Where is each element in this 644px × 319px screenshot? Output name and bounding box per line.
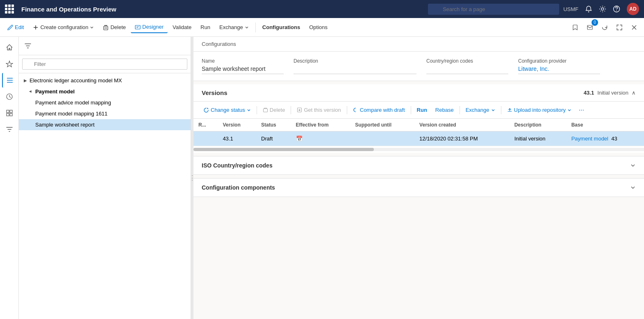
svg-rect-8: [104, 26, 108, 30]
change-status-chevron: [247, 108, 251, 112]
chevron-right-icon: ▶: [24, 78, 27, 83]
components-section-header[interactable]: Configuration components: [193, 179, 644, 197]
version-status: Initial version: [597, 90, 628, 96]
tree-filter-icon[interactable]: [22, 40, 34, 52]
sidebar-icon-workspaces[interactable]: [2, 106, 17, 120]
create-configuration-button[interactable]: Create configuration: [29, 22, 98, 33]
edit-button[interactable]: Edit: [3, 22, 28, 33]
versions-delete-icon: [263, 107, 268, 113]
app-title: Finance and Operations Preview: [21, 6, 424, 13]
versions-exchange-button[interactable]: Exchange: [462, 105, 498, 115]
upload-chevron-icon: [567, 108, 571, 112]
close-icon[interactable]: [628, 21, 641, 34]
main-layout: ▶ Electronic ledger accounting model MX …: [0, 37, 644, 319]
sidebar-icon-filter[interactable]: [2, 122, 17, 137]
rebase-button[interactable]: Rebase: [432, 105, 457, 115]
more-button[interactable]: ⋯: [576, 105, 587, 115]
run-button[interactable]: Run: [196, 22, 214, 33]
sidebar: [0, 37, 19, 319]
iso-section-header[interactable]: ISO Country/region codes: [193, 156, 644, 175]
cell-effective-from[interactable]: 📅: [291, 131, 350, 146]
name-value: Sample worksheet report: [202, 66, 284, 74]
versions-toolbar: Change status Delete: [193, 102, 644, 119]
versions-delete-button[interactable]: Delete: [259, 105, 289, 115]
name-label: Name: [202, 58, 284, 64]
configurations-tab-button[interactable]: Configurations: [258, 22, 304, 33]
exchange-button[interactable]: Exchange: [215, 22, 253, 33]
country-value: [426, 66, 508, 74]
upload-repository-button[interactable]: Upload into repository: [504, 105, 575, 115]
tree-item-label: Payment advice model mapping: [35, 100, 111, 106]
breadcrumb-text: Configurations: [202, 41, 236, 47]
components-section: Configuration components: [193, 178, 644, 197]
sidebar-icon-home[interactable]: [2, 40, 17, 55]
iso-title: ISO Country/region codes: [202, 162, 273, 169]
table-header-row: R... Version Status Effective from Suppo…: [193, 119, 644, 131]
description-value: [294, 66, 416, 74]
col-header-description: Description: [510, 119, 567, 131]
versions-run-button[interactable]: Run: [414, 105, 430, 115]
svg-rect-26: [7, 113, 9, 116]
edit-icon: [7, 25, 13, 30]
versions-collapse-btn[interactable]: ∧: [632, 90, 636, 96]
top-nav-right: USMF AD: [563, 3, 639, 15]
horizontal-scrollbar[interactable]: [193, 148, 644, 151]
name-field: Name Sample worksheet report: [202, 58, 284, 74]
avatar[interactable]: AD: [627, 3, 639, 15]
description-field: Description: [294, 58, 416, 74]
sidebar-icon-favorites[interactable]: [2, 57, 17, 71]
panel-notification-icon[interactable]: 0: [583, 21, 596, 34]
bookmark-icon[interactable]: [569, 21, 582, 34]
iso-chevron-icon: [630, 163, 636, 168]
scroll-thumb[interactable]: [193, 148, 374, 151]
tree-item-payment-model[interactable]: ▼ Payment model: [19, 86, 191, 97]
cell-version: 43.1: [218, 131, 256, 146]
top-nav: Finance and Operations Preview USMF AD: [0, 0, 644, 18]
tree-panel: ▶ Electronic ledger accounting model MX …: [19, 37, 191, 319]
ver-sep-4: [411, 106, 411, 114]
versions-header: Versions 43.1 Initial version ∧: [193, 84, 644, 102]
global-search-input[interactable]: [428, 4, 559, 15]
base-link[interactable]: Payment model: [571, 136, 608, 142]
svg-point-5: [616, 10, 617, 11]
provider-value[interactable]: Litware, Inc.: [518, 66, 600, 74]
compare-with-draft-button[interactable]: Compare with draft: [350, 105, 408, 115]
table-row[interactable]: 43.1 Draft 📅 12/18/2020 02:31:58 PM Init…: [193, 131, 644, 146]
tree-item-label: Payment model mapping 1611: [35, 111, 107, 117]
col-header-effective-from: Effective from: [291, 119, 350, 131]
sidebar-icon-recent[interactable]: [2, 89, 17, 104]
search-wrapper: [428, 4, 559, 15]
col-header-supported-until: Supported until: [350, 119, 414, 131]
tree-item-sample-worksheet[interactable]: Sample worksheet report: [19, 119, 191, 130]
version-number: 43.1: [584, 90, 594, 96]
cell-supported-until: [350, 131, 414, 146]
delete-button[interactable]: Delete: [99, 22, 130, 33]
tree-item-electronic-ledger[interactable]: ▶ Electronic ledger accounting model MX: [19, 75, 191, 86]
expand-icon[interactable]: [613, 21, 626, 34]
tree-item-payment-model-1611[interactable]: Payment model mapping 1611: [19, 108, 191, 119]
validate-button[interactable]: Validate: [168, 22, 196, 33]
designer-button[interactable]: Designer: [131, 21, 168, 33]
upload-icon: [507, 107, 512, 113]
options-tab-button[interactable]: Options: [305, 22, 332, 33]
svg-rect-17: [587, 25, 592, 29]
notification-icon[interactable]: [585, 5, 592, 13]
filter-input[interactable]: [22, 59, 187, 70]
col-header-r: R...: [193, 119, 218, 131]
tree-item-label: Sample worksheet report: [35, 122, 95, 128]
iso-section: ISO Country/region codes: [193, 156, 644, 175]
sidebar-icon-active[interactable]: [2, 73, 17, 88]
change-status-button[interactable]: Change status: [200, 105, 254, 115]
app-grid-icon[interactable]: [5, 5, 14, 14]
separator-1: [255, 23, 256, 32]
exchange-chevron-icon: [245, 25, 249, 29]
svg-rect-24: [7, 110, 9, 113]
change-status-icon: [203, 107, 209, 113]
tree-item-payment-advice[interactable]: Payment advice model mapping: [19, 97, 191, 108]
calendar-icon[interactable]: 📅: [296, 136, 303, 142]
refresh-icon[interactable]: [598, 21, 611, 34]
help-icon[interactable]: [613, 5, 620, 13]
settings-icon[interactable]: [599, 5, 606, 13]
col-header-status: Status: [256, 119, 291, 131]
get-this-version-button[interactable]: Get this version: [294, 105, 344, 115]
